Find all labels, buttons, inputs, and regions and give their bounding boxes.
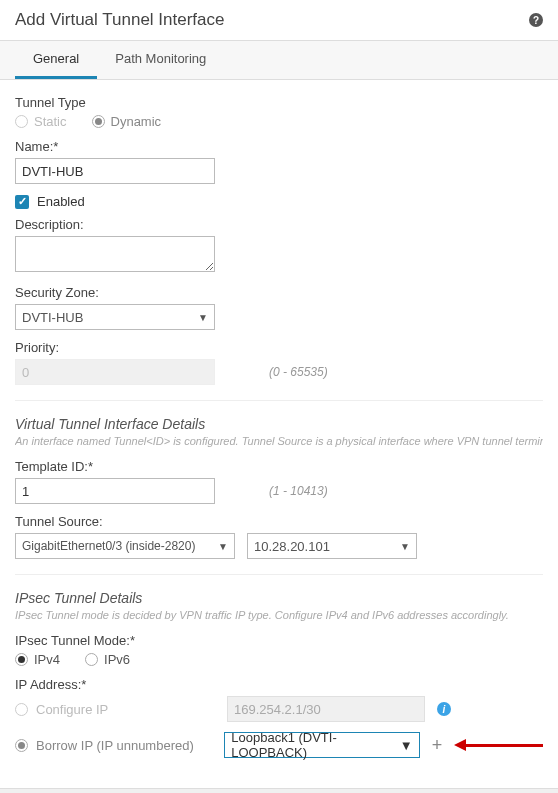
borrow-ip-select[interactable]: Loopback1 (DVTI-LOOPBACK) ▼ bbox=[224, 732, 419, 758]
tunnel-source-row: Tunnel Source: GigabitEthernet0/3 (insid… bbox=[15, 514, 543, 559]
borrow-ip-label[interactable]: Borrow IP (IP unnumbered) bbox=[36, 738, 194, 753]
ipsec-mode-ipv4[interactable]: IPv4 bbox=[15, 652, 60, 667]
dialog-footer: Cancel OK bbox=[0, 788, 558, 793]
configure-ip-row: Configure IP 169.254.2.1/30 i bbox=[15, 696, 543, 722]
priority-input: 0 bbox=[15, 359, 215, 385]
ip-address-label: IP Address:* bbox=[15, 677, 543, 692]
name-label: Name:* bbox=[15, 139, 543, 154]
tunnel-type-dynamic: Dynamic bbox=[92, 114, 162, 129]
dialog-container: Add Virtual Tunnel Interface ? General P… bbox=[0, 0, 558, 793]
tunnel-source-ip-value: 10.28.20.101 bbox=[254, 539, 330, 554]
name-row: Name:* bbox=[15, 139, 543, 184]
tab-path-monitoring[interactable]: Path Monitoring bbox=[97, 41, 224, 79]
tunnel-type-row: Tunnel Type Static Dynamic bbox=[15, 95, 543, 129]
template-id-hint: (1 - 10413) bbox=[269, 484, 328, 498]
priority-hint: (0 - 65535) bbox=[269, 365, 328, 379]
security-zone-select[interactable]: DVTI-HUB ▼ bbox=[15, 304, 215, 330]
tunnel-source-iface-value: GigabitEthernet0/3 (inside-2820) bbox=[22, 539, 195, 553]
tunnel-source-ip-select[interactable]: 10.28.20.101 ▼ bbox=[247, 533, 417, 559]
ipsec-mode-row: IPsec Tunnel Mode:* IPv4 IPv6 bbox=[15, 633, 543, 667]
separator bbox=[15, 400, 543, 401]
ipsec-section-title: IPsec Tunnel Details bbox=[15, 590, 543, 606]
static-label: Static bbox=[34, 114, 67, 129]
description-label: Description: bbox=[15, 217, 543, 232]
description-input[interactable] bbox=[15, 236, 215, 272]
configure-ip-label: Configure IP bbox=[36, 702, 108, 717]
priority-row: Priority: 0 (0 - 65535) bbox=[15, 340, 543, 385]
radio-icon bbox=[15, 703, 28, 716]
dialog-header: Add Virtual Tunnel Interface ? bbox=[0, 0, 558, 40]
info-icon[interactable]: i bbox=[437, 702, 451, 716]
add-icon[interactable]: + bbox=[432, 735, 443, 756]
radio-icon[interactable] bbox=[15, 739, 28, 752]
tunnel-source-label: Tunnel Source: bbox=[15, 514, 543, 529]
dialog-title: Add Virtual Tunnel Interface bbox=[15, 10, 225, 30]
dynamic-label: Dynamic bbox=[111, 114, 162, 129]
priority-value: 0 bbox=[22, 365, 29, 380]
dialog-body: Tunnel Type Static Dynamic Name:* ✓ Enab… bbox=[0, 80, 558, 788]
borrow-ip-row: Borrow IP (IP unnumbered) Loopback1 (DVT… bbox=[15, 732, 543, 758]
ip-address-row: IP Address:* Configure IP 169.254.2.1/30… bbox=[15, 677, 543, 758]
chevron-down-icon: ▼ bbox=[198, 312, 208, 323]
radio-icon bbox=[15, 653, 28, 666]
ipv4-label: IPv4 bbox=[34, 652, 60, 667]
ipv6-label: IPv6 bbox=[104, 652, 130, 667]
ipsec-mode-label: IPsec Tunnel Mode:* bbox=[15, 633, 543, 648]
help-icon[interactable]: ? bbox=[529, 13, 543, 27]
enabled-label: Enabled bbox=[37, 194, 85, 209]
tunnel-type-label: Tunnel Type bbox=[15, 95, 543, 110]
enabled-row[interactable]: ✓ Enabled bbox=[15, 194, 543, 209]
annotation-arrow bbox=[454, 738, 543, 752]
radio-icon bbox=[15, 115, 28, 128]
radio-icon bbox=[92, 115, 105, 128]
vti-section-sub: An interface named Tunnel<ID> is configu… bbox=[15, 435, 543, 447]
description-row: Description: bbox=[15, 217, 543, 275]
tunnel-source-iface-select[interactable]: GigabitEthernet0/3 (inside-2820) ▼ bbox=[15, 533, 235, 559]
chevron-down-icon: ▼ bbox=[218, 541, 228, 552]
name-input[interactable] bbox=[15, 158, 215, 184]
tabs-bar: General Path Monitoring bbox=[0, 40, 558, 80]
security-zone-row: Security Zone: DVTI-HUB ▼ bbox=[15, 285, 543, 330]
separator bbox=[15, 574, 543, 575]
ipsec-mode-ipv6[interactable]: IPv6 bbox=[85, 652, 130, 667]
borrow-ip-value: Loopback1 (DVTI-LOOPBACK) bbox=[231, 730, 400, 760]
checkbox-icon[interactable]: ✓ bbox=[15, 195, 29, 209]
chevron-down-icon: ▼ bbox=[400, 541, 410, 552]
configure-ip-input: 169.254.2.1/30 bbox=[227, 696, 425, 722]
ipsec-section-sub: IPsec Tunnel mode is decided by VPN traf… bbox=[15, 609, 543, 621]
template-id-input[interactable] bbox=[15, 478, 215, 504]
tunnel-type-static: Static bbox=[15, 114, 67, 129]
configure-ip-value: 169.254.2.1/30 bbox=[234, 702, 321, 717]
priority-label: Priority: bbox=[15, 340, 543, 355]
chevron-down-icon: ▼ bbox=[400, 738, 413, 753]
security-zone-label: Security Zone: bbox=[15, 285, 543, 300]
template-id-row: Template ID:* (1 - 10413) bbox=[15, 459, 543, 504]
vti-section-title: Virtual Tunnel Interface Details bbox=[15, 416, 543, 432]
security-zone-value: DVTI-HUB bbox=[22, 310, 83, 325]
radio-icon bbox=[85, 653, 98, 666]
template-id-label: Template ID:* bbox=[15, 459, 543, 474]
tab-general[interactable]: General bbox=[15, 41, 97, 79]
